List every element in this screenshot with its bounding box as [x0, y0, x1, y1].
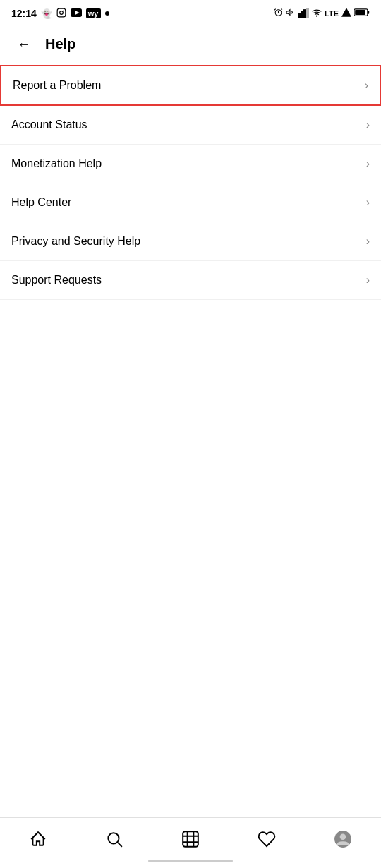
snapchat-icon: 👻: [41, 8, 52, 19]
menu-item-label-report-problem: Report a Problem: [13, 79, 101, 92]
status-left: 12:14 👻 wy: [11, 8, 109, 20]
nav-home[interactable]: [17, 823, 59, 858]
lte-label: LTE: [325, 9, 339, 18]
svg-rect-8: [301, 11, 303, 17]
status-time: 12:14: [11, 8, 37, 19]
menu-item-privacy-security[interactable]: Privacy and Security Help ›: [0, 222, 381, 261]
reels-icon: [181, 830, 200, 851]
wifi-icon: [312, 7, 322, 20]
svg-point-2: [63, 10, 64, 11]
status-icons-right: LTE: [274, 7, 370, 20]
menu-item-support-requests[interactable]: Support Requests ›: [0, 261, 381, 300]
svg-point-20: [340, 833, 346, 840]
chevron-right-icon: ›: [366, 157, 370, 170]
menu-item-monetization-help[interactable]: Monetization Help ›: [0, 145, 381, 183]
menu-item-label-help-center: Help Center: [11, 196, 71, 209]
battery-icon: [354, 7, 370, 20]
svg-marker-6: [286, 10, 290, 16]
home-icon: [29, 830, 47, 851]
svg-rect-0: [57, 8, 66, 17]
status-bar: 12:14 👻 wy: [0, 0, 381, 25]
instagram-icon: [56, 8, 66, 20]
chevron-right-icon: ›: [366, 274, 370, 287]
menu-item-label-privacy-security: Privacy and Security Help: [11, 235, 140, 248]
notification-dot: [105, 11, 109, 16]
signal-bars-icon: [298, 8, 309, 19]
cellular-signal-icon: [341, 7, 351, 20]
heart-icon: [258, 830, 276, 851]
alarm-icon: [274, 7, 283, 20]
svg-marker-12: [341, 8, 351, 17]
menu-item-help-center[interactable]: Help Center ›: [0, 183, 381, 222]
chevron-right-icon: ›: [366, 235, 370, 248]
menu-item-report-problem[interactable]: Report a Problem ›: [0, 65, 381, 106]
home-indicator: [148, 860, 233, 862]
svg-rect-18: [183, 831, 198, 847]
search-icon: [105, 830, 123, 851]
svg-point-16: [108, 833, 119, 843]
svg-rect-9: [304, 9, 306, 17]
back-arrow-icon: ←: [17, 36, 31, 52]
wy-icon: wy: [86, 8, 101, 18]
svg-point-1: [59, 11, 63, 14]
nav-heart[interactable]: [246, 823, 288, 858]
chevron-right-icon: ›: [366, 196, 370, 209]
svg-rect-7: [298, 13, 301, 17]
svg-rect-14: [368, 11, 369, 14]
nav-search[interactable]: [93, 823, 135, 858]
volume-icon: [286, 7, 295, 20]
page-title: Help: [45, 36, 75, 52]
svg-rect-10: [307, 8, 309, 17]
chevron-right-icon: ›: [365, 79, 368, 92]
menu-item-label-support-requests: Support Requests: [11, 274, 102, 287]
svg-point-11: [316, 15, 318, 16]
menu-item-account-status[interactable]: Account Status ›: [0, 106, 381, 145]
svg-rect-15: [355, 10, 365, 15]
nav-profile[interactable]: [322, 823, 364, 858]
profile-avatar: [334, 830, 352, 851]
chevron-right-icon: ›: [366, 119, 370, 131]
menu-list: Report a Problem › Account Status › Mone…: [0, 65, 381, 300]
svg-line-17: [118, 842, 122, 846]
nav-reels[interactable]: [169, 823, 212, 858]
menu-item-label-monetization-help: Monetization Help: [11, 157, 102, 170]
back-button[interactable]: ←: [11, 31, 37, 56]
menu-item-label-account-status: Account Status: [11, 119, 87, 131]
youtube-icon: [71, 8, 82, 19]
header: ← Help: [0, 25, 381, 65]
